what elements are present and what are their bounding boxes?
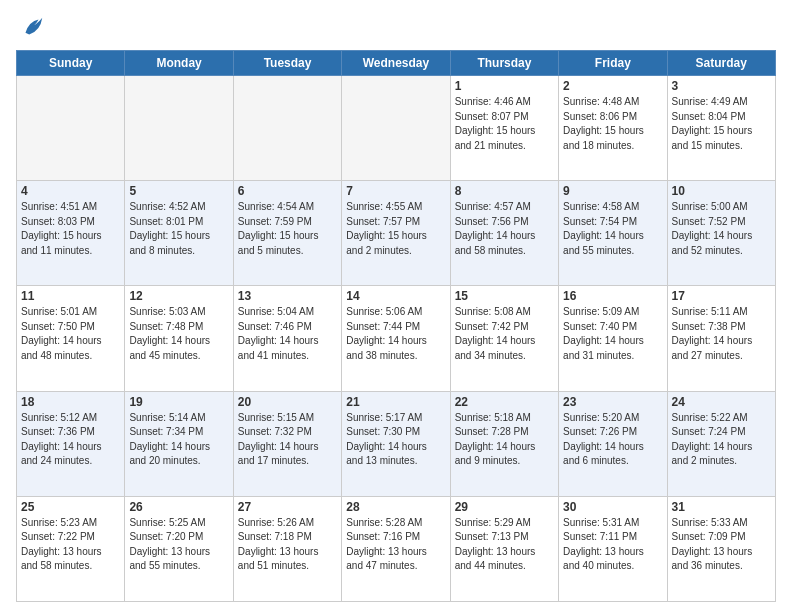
day-info: Sunrise: 5:17 AMSunset: 7:30 PMDaylight:… bbox=[346, 411, 445, 469]
day-number: 6 bbox=[238, 184, 337, 198]
day-number: 31 bbox=[672, 500, 771, 514]
calendar-day-cell: 2Sunrise: 4:48 AMSunset: 8:06 PMDaylight… bbox=[559, 76, 667, 181]
page: SundayMondayTuesdayWednesdayThursdayFrid… bbox=[0, 0, 792, 612]
calendar-day-cell: 26Sunrise: 5:25 AMSunset: 7:20 PMDayligh… bbox=[125, 496, 233, 601]
day-number: 25 bbox=[21, 500, 120, 514]
day-number: 29 bbox=[455, 500, 554, 514]
day-number: 24 bbox=[672, 395, 771, 409]
day-info: Sunrise: 4:49 AMSunset: 8:04 PMDaylight:… bbox=[672, 95, 771, 153]
calendar-day-cell: 9Sunrise: 4:58 AMSunset: 7:54 PMDaylight… bbox=[559, 181, 667, 286]
day-info: Sunrise: 5:11 AMSunset: 7:38 PMDaylight:… bbox=[672, 305, 771, 363]
calendar-day-cell: 21Sunrise: 5:17 AMSunset: 7:30 PMDayligh… bbox=[342, 391, 450, 496]
calendar-day-header: Friday bbox=[559, 51, 667, 76]
day-info: Sunrise: 5:33 AMSunset: 7:09 PMDaylight:… bbox=[672, 516, 771, 574]
calendar-day-cell: 30Sunrise: 5:31 AMSunset: 7:11 PMDayligh… bbox=[559, 496, 667, 601]
calendar-day-cell: 8Sunrise: 4:57 AMSunset: 7:56 PMDaylight… bbox=[450, 181, 558, 286]
calendar-week-row: 25Sunrise: 5:23 AMSunset: 7:22 PMDayligh… bbox=[17, 496, 776, 601]
day-info: Sunrise: 5:23 AMSunset: 7:22 PMDaylight:… bbox=[21, 516, 120, 574]
day-info: Sunrise: 5:04 AMSunset: 7:46 PMDaylight:… bbox=[238, 305, 337, 363]
calendar-day-cell: 24Sunrise: 5:22 AMSunset: 7:24 PMDayligh… bbox=[667, 391, 775, 496]
calendar-day-cell: 17Sunrise: 5:11 AMSunset: 7:38 PMDayligh… bbox=[667, 286, 775, 391]
day-number: 2 bbox=[563, 79, 662, 93]
day-info: Sunrise: 4:57 AMSunset: 7:56 PMDaylight:… bbox=[455, 200, 554, 258]
calendar-day-header: Wednesday bbox=[342, 51, 450, 76]
calendar-day-cell bbox=[17, 76, 125, 181]
day-number: 16 bbox=[563, 289, 662, 303]
day-number: 1 bbox=[455, 79, 554, 93]
day-info: Sunrise: 5:22 AMSunset: 7:24 PMDaylight:… bbox=[672, 411, 771, 469]
calendar-day-header: Tuesday bbox=[233, 51, 341, 76]
day-number: 30 bbox=[563, 500, 662, 514]
day-info: Sunrise: 4:54 AMSunset: 7:59 PMDaylight:… bbox=[238, 200, 337, 258]
day-number: 28 bbox=[346, 500, 445, 514]
day-number: 27 bbox=[238, 500, 337, 514]
calendar-day-cell bbox=[125, 76, 233, 181]
day-number: 19 bbox=[129, 395, 228, 409]
calendar-day-cell: 15Sunrise: 5:08 AMSunset: 7:42 PMDayligh… bbox=[450, 286, 558, 391]
day-number: 20 bbox=[238, 395, 337, 409]
logo-bird-icon bbox=[18, 14, 46, 42]
calendar-day-header: Sunday bbox=[17, 51, 125, 76]
calendar-day-cell: 19Sunrise: 5:14 AMSunset: 7:34 PMDayligh… bbox=[125, 391, 233, 496]
calendar-header-row: SundayMondayTuesdayWednesdayThursdayFrid… bbox=[17, 51, 776, 76]
day-number: 10 bbox=[672, 184, 771, 198]
day-info: Sunrise: 5:25 AMSunset: 7:20 PMDaylight:… bbox=[129, 516, 228, 574]
calendar-day-cell bbox=[233, 76, 341, 181]
calendar-day-cell: 20Sunrise: 5:15 AMSunset: 7:32 PMDayligh… bbox=[233, 391, 341, 496]
day-info: Sunrise: 5:15 AMSunset: 7:32 PMDaylight:… bbox=[238, 411, 337, 469]
day-number: 12 bbox=[129, 289, 228, 303]
calendar-day-cell: 13Sunrise: 5:04 AMSunset: 7:46 PMDayligh… bbox=[233, 286, 341, 391]
calendar-day-cell: 12Sunrise: 5:03 AMSunset: 7:48 PMDayligh… bbox=[125, 286, 233, 391]
day-info: Sunrise: 4:58 AMSunset: 7:54 PMDaylight:… bbox=[563, 200, 662, 258]
day-info: Sunrise: 5:14 AMSunset: 7:34 PMDaylight:… bbox=[129, 411, 228, 469]
day-number: 23 bbox=[563, 395, 662, 409]
day-number: 4 bbox=[21, 184, 120, 198]
calendar-day-header: Saturday bbox=[667, 51, 775, 76]
calendar-day-cell: 14Sunrise: 5:06 AMSunset: 7:44 PMDayligh… bbox=[342, 286, 450, 391]
day-number: 5 bbox=[129, 184, 228, 198]
calendar-day-cell: 23Sunrise: 5:20 AMSunset: 7:26 PMDayligh… bbox=[559, 391, 667, 496]
day-info: Sunrise: 5:01 AMSunset: 7:50 PMDaylight:… bbox=[21, 305, 120, 363]
day-number: 13 bbox=[238, 289, 337, 303]
calendar-week-row: 4Sunrise: 4:51 AMSunset: 8:03 PMDaylight… bbox=[17, 181, 776, 286]
day-number: 15 bbox=[455, 289, 554, 303]
day-info: Sunrise: 4:52 AMSunset: 8:01 PMDaylight:… bbox=[129, 200, 228, 258]
day-number: 8 bbox=[455, 184, 554, 198]
calendar-day-cell: 29Sunrise: 5:29 AMSunset: 7:13 PMDayligh… bbox=[450, 496, 558, 601]
calendar-day-cell: 10Sunrise: 5:00 AMSunset: 7:52 PMDayligh… bbox=[667, 181, 775, 286]
day-number: 18 bbox=[21, 395, 120, 409]
calendar-day-cell: 5Sunrise: 4:52 AMSunset: 8:01 PMDaylight… bbox=[125, 181, 233, 286]
header bbox=[16, 10, 776, 42]
day-info: Sunrise: 5:08 AMSunset: 7:42 PMDaylight:… bbox=[455, 305, 554, 363]
day-info: Sunrise: 5:31 AMSunset: 7:11 PMDaylight:… bbox=[563, 516, 662, 574]
day-info: Sunrise: 5:09 AMSunset: 7:40 PMDaylight:… bbox=[563, 305, 662, 363]
calendar-day-cell: 22Sunrise: 5:18 AMSunset: 7:28 PMDayligh… bbox=[450, 391, 558, 496]
calendar-day-cell: 28Sunrise: 5:28 AMSunset: 7:16 PMDayligh… bbox=[342, 496, 450, 601]
calendar-day-cell: 31Sunrise: 5:33 AMSunset: 7:09 PMDayligh… bbox=[667, 496, 775, 601]
day-number: 22 bbox=[455, 395, 554, 409]
day-info: Sunrise: 4:46 AMSunset: 8:07 PMDaylight:… bbox=[455, 95, 554, 153]
day-info: Sunrise: 5:29 AMSunset: 7:13 PMDaylight:… bbox=[455, 516, 554, 574]
calendar-day-cell: 3Sunrise: 4:49 AMSunset: 8:04 PMDaylight… bbox=[667, 76, 775, 181]
day-info: Sunrise: 5:03 AMSunset: 7:48 PMDaylight:… bbox=[129, 305, 228, 363]
calendar-week-row: 1Sunrise: 4:46 AMSunset: 8:07 PMDaylight… bbox=[17, 76, 776, 181]
calendar-week-row: 18Sunrise: 5:12 AMSunset: 7:36 PMDayligh… bbox=[17, 391, 776, 496]
calendar-day-cell: 18Sunrise: 5:12 AMSunset: 7:36 PMDayligh… bbox=[17, 391, 125, 496]
day-number: 26 bbox=[129, 500, 228, 514]
day-number: 3 bbox=[672, 79, 771, 93]
calendar-day-cell: 7Sunrise: 4:55 AMSunset: 7:57 PMDaylight… bbox=[342, 181, 450, 286]
calendar-day-cell: 6Sunrise: 4:54 AMSunset: 7:59 PMDaylight… bbox=[233, 181, 341, 286]
day-info: Sunrise: 5:12 AMSunset: 7:36 PMDaylight:… bbox=[21, 411, 120, 469]
calendar-day-cell: 25Sunrise: 5:23 AMSunset: 7:22 PMDayligh… bbox=[17, 496, 125, 601]
calendar-day-cell: 1Sunrise: 4:46 AMSunset: 8:07 PMDaylight… bbox=[450, 76, 558, 181]
day-number: 21 bbox=[346, 395, 445, 409]
day-info: Sunrise: 5:00 AMSunset: 7:52 PMDaylight:… bbox=[672, 200, 771, 258]
calendar-day-cell: 27Sunrise: 5:26 AMSunset: 7:18 PMDayligh… bbox=[233, 496, 341, 601]
calendar-week-row: 11Sunrise: 5:01 AMSunset: 7:50 PMDayligh… bbox=[17, 286, 776, 391]
logo bbox=[16, 14, 46, 42]
calendar-table: SundayMondayTuesdayWednesdayThursdayFrid… bbox=[16, 50, 776, 602]
day-number: 14 bbox=[346, 289, 445, 303]
calendar-day-cell bbox=[342, 76, 450, 181]
day-info: Sunrise: 5:18 AMSunset: 7:28 PMDaylight:… bbox=[455, 411, 554, 469]
day-info: Sunrise: 4:48 AMSunset: 8:06 PMDaylight:… bbox=[563, 95, 662, 153]
